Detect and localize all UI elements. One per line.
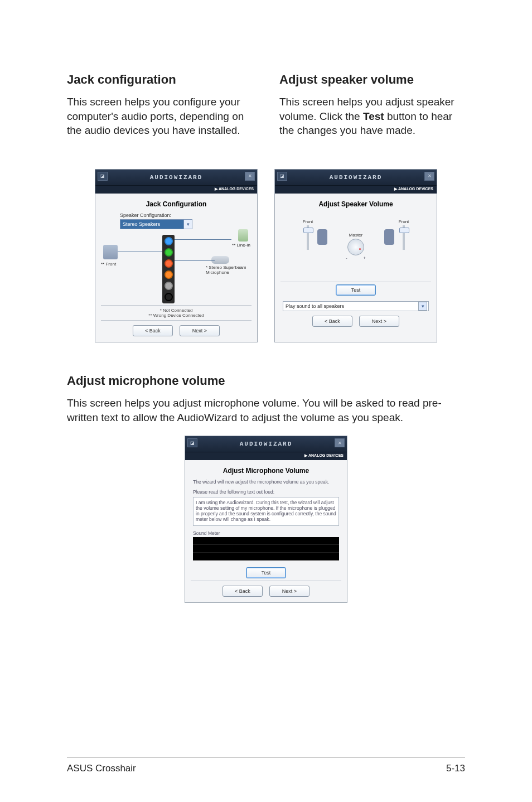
brand-label: ▶ ANALOG DEVICES xyxy=(215,187,254,191)
jack-notes: * Not Connected ** Wrong Device Connecte… xyxy=(101,305,252,321)
mic-desc: The wizard will now adjust the microphon… xyxy=(193,479,339,485)
jack-front[interactable] xyxy=(165,248,173,257)
master-knob[interactable] xyxy=(347,239,364,255)
jack-dialog-heading: Jack Configuration xyxy=(101,200,252,208)
speaker-volume-heading: Adjust speaker volume xyxy=(279,73,465,87)
volume-dialog-heading: Adjust Speaker Volume xyxy=(280,200,431,208)
play-sound-select[interactable]: Play sound to all speakers ▾ xyxy=(283,301,429,311)
chevron-down-icon: ▾ xyxy=(183,220,192,229)
footer-right: 5-13 xyxy=(446,763,465,774)
note-wrong-device: ** Wrong Device Connected xyxy=(101,313,252,318)
dialog-title: AUDIOWIZARD xyxy=(150,174,203,181)
plus-label: + xyxy=(363,255,366,260)
close-icon[interactable]: ✕ xyxy=(245,172,255,181)
speaker-config-value: Stereo Speakers xyxy=(123,221,160,227)
speaker-icon xyxy=(103,245,118,259)
linein-icon xyxy=(238,229,248,241)
sound-meter-label: Sound Meter xyxy=(193,530,339,536)
chevron-down-icon: ▾ xyxy=(418,302,427,311)
brand-label: ▶ ANALOG DEVICES xyxy=(304,453,344,457)
mic-volume-body: This screen helps you adjust microphone … xyxy=(67,396,465,424)
back-button[interactable]: < Back xyxy=(312,316,352,327)
dialog-titlebar: ◪ AUDIOWIZARD ✕ xyxy=(95,170,257,186)
test-button[interactable]: Test xyxy=(336,284,376,296)
dialog-title: AUDIOWIZARD xyxy=(330,174,383,181)
speaker-volume-dialog: ◪ AUDIOWIZARD ✕ ▶ ANALOG DEVICES Adjust … xyxy=(274,169,437,342)
next-button[interactable]: Next > xyxy=(269,586,309,597)
speaker-volume-body: This screen helps you adjust speaker vol… xyxy=(279,95,465,138)
mic-read-textbox: I am using the AudioWizard. During this … xyxy=(193,497,339,526)
speaker-config-select[interactable]: Stereo Speakers ▾ xyxy=(120,219,192,229)
footer-rule xyxy=(67,757,465,757)
speaker-config-label: Speaker Configuration: xyxy=(120,212,252,218)
play-sound-value: Play sound to all speakers xyxy=(286,303,344,309)
next-button[interactable]: Next > xyxy=(359,316,399,327)
jack-line-in[interactable] xyxy=(165,237,173,245)
close-icon[interactable]: ✕ xyxy=(424,172,434,181)
brand-strip: ▶ ANALOG DEVICES xyxy=(275,186,437,194)
mic-read-label: Please read the following text out loud: xyxy=(193,489,339,495)
mic-volume-heading: Adjust microphone volume xyxy=(67,374,465,388)
speaker-volume-body-bold: Test xyxy=(363,110,384,122)
jack-side[interactable] xyxy=(165,293,173,301)
jack-mic[interactable] xyxy=(165,259,173,268)
jack-diagram: ** Front ** Line-In * Stereo Superbeam M… xyxy=(101,231,252,304)
front-left-label: Front xyxy=(299,219,316,224)
front-right-label: Front xyxy=(395,219,412,224)
close-icon[interactable]: ✕ xyxy=(335,438,345,447)
brand-strip: ▶ ANALOG DEVICES xyxy=(95,186,257,194)
jack-config-dialog: ◪ AUDIOWIZARD ✕ ▶ ANALOG DEVICES Jack Co… xyxy=(95,169,258,342)
microphone-icon xyxy=(211,256,229,264)
jack-center[interactable] xyxy=(165,270,173,279)
sys-icon[interactable]: ◪ xyxy=(98,172,108,181)
minus-label: - xyxy=(346,255,347,260)
sys-icon[interactable]: ◪ xyxy=(277,172,287,181)
jack-config-body: This screen helps you configure your com… xyxy=(67,95,253,138)
brand-label: ▶ ANALOG DEVICES xyxy=(394,187,433,191)
back-button[interactable]: < Back xyxy=(223,586,263,597)
note-not-connected: * Not Connected xyxy=(101,308,252,313)
mic-dialog-heading: Adjust Microphone Volume xyxy=(191,467,341,475)
brand-strip: ▶ ANALOG DEVICES xyxy=(185,452,347,460)
linein-label: ** Line-In xyxy=(232,243,250,248)
master-label: Master xyxy=(346,233,366,238)
front-label: ** Front xyxy=(101,262,116,267)
jack-config-heading: Jack configuration xyxy=(67,73,253,87)
speaker-left-icon xyxy=(317,229,327,245)
jack-panel xyxy=(162,235,175,303)
next-button[interactable]: Next > xyxy=(180,325,220,336)
footer-left: ASUS Crosshair xyxy=(67,763,136,774)
speaker-right-icon xyxy=(384,229,394,245)
jack-rear[interactable] xyxy=(165,282,173,290)
front-right-slider[interactable]: Front xyxy=(395,219,412,250)
superbeam-label: * Stereo Superbeam Microphone xyxy=(206,265,250,275)
test-button[interactable]: Test xyxy=(246,567,286,578)
sys-icon[interactable]: ◪ xyxy=(187,438,197,447)
sound-meter xyxy=(193,537,339,561)
front-left-slider[interactable]: Front xyxy=(299,219,316,250)
dialog-title: AUDIOWIZARD xyxy=(240,441,293,447)
back-button[interactable]: < Back xyxy=(133,325,173,336)
mic-volume-dialog: ◪ AUDIOWIZARD ✕ ▶ ANALOG DEVICES Adjust … xyxy=(185,436,347,603)
dialog-titlebar: ◪ AUDIOWIZARD ✕ xyxy=(275,170,437,186)
dialog-titlebar: ◪ AUDIOWIZARD ✕ xyxy=(185,436,347,452)
